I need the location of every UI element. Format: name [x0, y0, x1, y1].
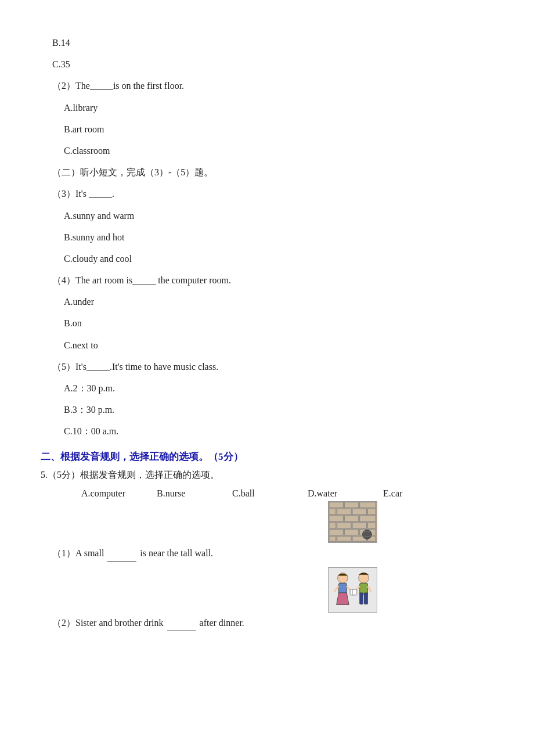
- opt-a: A.computer: [81, 488, 134, 499]
- svg-rect-35: [352, 589, 357, 595]
- person-image: [328, 567, 377, 613]
- svg-rect-19: [337, 536, 351, 541]
- svg-rect-9: [344, 516, 358, 521]
- svg-rect-1: [329, 502, 343, 508]
- q5-main-stem: 5.（5分）根据发音规则，选择正确的选项。: [41, 467, 493, 483]
- svg-rect-16: [344, 529, 358, 535]
- q5-option-b: B.3：30 p.m.: [64, 402, 493, 417]
- sub-question-2: （2）Sister and brother drink after dinner…: [52, 615, 493, 631]
- svg-rect-18: [329, 536, 336, 541]
- wall-svg: [329, 501, 377, 543]
- q2-option-b: B.art room: [64, 121, 493, 137]
- opt-c: C.ball: [232, 488, 284, 499]
- sub-question-1: （1）A small is near the tall wall.: [52, 545, 493, 561]
- option-c35: C.35: [52, 56, 493, 72]
- q3-option-c: C.cloudy and cool: [64, 251, 493, 267]
- person-svg: [329, 567, 377, 613]
- svg-rect-8: [329, 516, 343, 521]
- opt-b: B.nurse: [157, 488, 209, 499]
- section2-header: （二）听小短文，完成（3）-（5）题。: [52, 164, 493, 180]
- svg-rect-6: [352, 509, 366, 514]
- options-row: A.computer B.nurse C.ball D.water E.car: [81, 488, 493, 499]
- q2-option-a: A.library: [64, 100, 493, 116]
- q4-option-b: B.on: [64, 315, 493, 331]
- sub2-blank: [167, 615, 196, 631]
- q3-option-a: A.sunny and warm: [64, 208, 493, 224]
- q5-option-c: C.10：00 a.m.: [64, 423, 493, 439]
- svg-rect-13: [352, 523, 366, 528]
- q4-stem: （4）The art room is_____ the computer roo…: [52, 272, 493, 288]
- svg-rect-10: [360, 516, 376, 521]
- q4-option-c: C.next to: [64, 337, 493, 353]
- svg-rect-11: [329, 523, 336, 528]
- q4-option-a: A.under: [64, 294, 493, 309]
- q3-option-b: B.sunny and hot: [64, 229, 493, 245]
- wall-image: [328, 501, 377, 543]
- q2-stem: （2）The_____is on the first floor.: [52, 78, 493, 93]
- svg-rect-12: [337, 523, 351, 528]
- svg-rect-7: [367, 509, 376, 514]
- svg-rect-32: [365, 593, 368, 604]
- svg-rect-2: [344, 502, 358, 508]
- q3-stem: （3）It's _____.: [52, 186, 493, 201]
- svg-rect-5: [337, 509, 351, 514]
- opt-e: E.car: [383, 488, 435, 499]
- svg-rect-3: [360, 502, 376, 508]
- section-ii-header: 二、根据发音规则，选择正确的选项。（5分）: [41, 450, 493, 463]
- opt-d: D.water: [308, 488, 360, 499]
- svg-rect-15: [329, 529, 343, 535]
- q2-option-c: C.classroom: [64, 143, 493, 159]
- option-b14: B.14: [52, 35, 493, 51]
- q5-option-a: A.2：30 p.m.: [64, 380, 493, 396]
- svg-rect-31: [360, 593, 363, 604]
- svg-rect-4: [329, 509, 336, 514]
- q5-stem: （5）It's_____.It's time to have music cla…: [52, 359, 493, 375]
- sub1-blank: [107, 545, 136, 561]
- svg-rect-14: [367, 523, 376, 528]
